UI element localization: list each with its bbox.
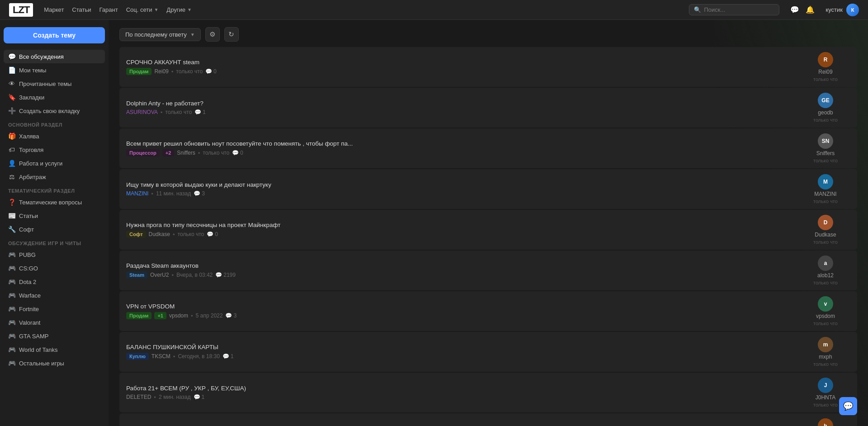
thread-main: VPN от VPSDOM Продам+1 vpsdom •5 апр 202… <box>126 303 796 319</box>
comment-count: 💬 0 <box>205 68 217 75</box>
chevron-down-icon: ▼ <box>187 7 192 12</box>
thread-user-avatar: J <box>818 378 833 393</box>
nav-market[interactable]: Маркет <box>44 6 64 13</box>
comment-icon: 💬 <box>232 150 239 156</box>
comment-icon: 💬 <box>205 68 212 75</box>
thread-time: только что <box>203 150 229 156</box>
refresh-icon: ↻ <box>228 30 234 38</box>
wot-icon: 🎮 <box>8 346 15 353</box>
sidebar-item-other-games[interactable]: 🎮 Остальные игры <box>4 356 105 370</box>
sidebar-item-freebies[interactable]: 🎁 Халява <box>4 129 105 143</box>
sidebar-item-fortnite[interactable]: 🎮 Fortnite <box>4 302 105 316</box>
thread-item[interactable]: Всем привет решил обновить ноут посовету… <box>119 128 857 168</box>
section-label-thematic: Тематический раздел <box>4 184 105 195</box>
thread-time: только что <box>177 231 204 237</box>
tag: +1 <box>154 312 166 319</box>
user-menu[interactable]: кустик К <box>825 4 859 16</box>
sidebar-item-dota2[interactable]: 🎮 Dota 2 <box>4 275 105 289</box>
nav-articles[interactable]: Статьи <box>72 6 91 13</box>
comment-icon: 💬 <box>225 312 232 319</box>
soft-icon: 🔧 <box>8 226 15 233</box>
comment-count: 💬 1 <box>194 394 205 400</box>
sidebar-item-soft[interactable]: 🔧 Софт <box>4 222 105 236</box>
thread-username: Dudkase <box>815 232 836 238</box>
settings-icon: ⚙ <box>209 30 215 38</box>
notification-icon[interactable]: 🔔 <box>806 5 815 14</box>
nav-guarantee[interactable]: Гарант <box>100 6 118 13</box>
chat-bubble-button[interactable]: 💬 <box>839 397 857 415</box>
chat-icon[interactable]: 💬 <box>790 5 799 14</box>
sidebar-item-trade[interactable]: 🏷 Торговля <box>4 143 105 156</box>
sidebar-item-warface[interactable]: 🎮 Warface <box>4 289 105 302</box>
sidebar-item-wot[interactable]: 🎮 World of Tanks <box>4 343 105 356</box>
sort-dropdown[interactable]: По последнему ответу ▼ <box>119 28 201 41</box>
tag: Продам <box>126 312 152 319</box>
sidebar-item-jobs[interactable]: 👤 Работа и услуги <box>4 156 105 170</box>
logo[interactable]: LZT <box>9 3 33 17</box>
sidebar-item-arbitrage[interactable]: ⚖ Арбитраж <box>4 170 105 184</box>
thread-item[interactable]: VPN от VPSDOM Продам+1 vpsdom •5 апр 202… <box>119 291 857 331</box>
create-topic-button[interactable]: Создать тему <box>4 27 105 43</box>
thread-time: только что <box>176 68 203 75</box>
sidebar-item-valorant[interactable]: 🎮 Valorant <box>4 316 105 329</box>
thread-item[interactable]: БАЛАНС ПУШКИНСКОЙ КАРТЫ Куплю TKSCM •Сег… <box>119 332 857 372</box>
thread-time: 11 мин. назад <box>156 190 191 197</box>
thread-title: СРОЧНО АККАУНТ steam <box>126 59 796 66</box>
thread-user-avatar: SN <box>818 133 833 149</box>
sidebar-item-thematic[interactable]: ❓ Тематические вопросы <box>4 195 105 209</box>
thread-item[interactable]: Ищу тиму в которой выдаю куки и делают н… <box>119 169 857 209</box>
thread-item[interactable]: СРОЧНО АККАУНТ steam Продам Rei09 •тольк… <box>119 47 857 87</box>
trade-icon: 🏷 <box>8 146 15 153</box>
thread-username: J0HNTA <box>816 394 835 401</box>
nav-social[interactable]: Соц. сети ▼ <box>126 6 159 13</box>
thread-main: Dolphin Anty - не работает? ASURINOVA •т… <box>126 100 796 116</box>
search-input[interactable] <box>704 6 774 13</box>
sidebar-item-gta[interactable]: 🎮 GTA SAMP <box>4 329 105 343</box>
thread-item[interactable]: Раздача Steam аккаунтов Steam OverU2 •Вч… <box>119 251 857 290</box>
thread-item[interactable]: Раздача игр с библиотеки Steam Steam Dar… <box>119 413 857 426</box>
thread-item[interactable]: Работа 21+ ВСЕМ (РУ , УКР , БУ, ЕУ,США) … <box>119 373 857 412</box>
refresh-button[interactable]: ↻ <box>224 27 239 42</box>
thread-user-avatar: D <box>818 215 833 230</box>
sidebar-item-articles-section[interactable]: 📰 Статьи <box>4 209 105 222</box>
sidebar-item-pubg[interactable]: 🎮 PUBG <box>4 248 105 261</box>
thread-user-avatar: a <box>818 256 833 271</box>
thread-time-right: только что <box>813 239 838 245</box>
thread-right: R Rei09 только что <box>801 52 850 82</box>
header-icons: 💬 🔔 <box>790 5 815 14</box>
all-discussions-icon: 💬 <box>8 53 15 60</box>
nav-other[interactable]: Другие ▼ <box>166 6 192 13</box>
thread-main: Работа 21+ ВСЕМ (РУ , УКР , БУ, ЕУ,США) … <box>126 385 796 401</box>
chat-bubble-icon: 💬 <box>843 401 853 411</box>
thread-item[interactable]: Dolphin Anty - не работает? ASURINOVA •т… <box>119 88 857 128</box>
sidebar-item-csgo[interactable]: 🎮 CS:GO <box>4 261 105 275</box>
thread-right: m mxph только что <box>801 337 850 367</box>
sidebar-item-mine[interactable]: 📄 Мои темы <box>4 63 105 77</box>
comment-count: 💬 3 <box>194 190 205 197</box>
comment-icon: 💬 <box>223 353 229 360</box>
thread-main: БАЛАНС ПУШКИНСКОЙ КАРТЫ Куплю TKSCM •Сег… <box>126 344 796 360</box>
tag: Steam <box>126 271 147 279</box>
thread-author: DELETED <box>126 394 151 400</box>
search-box: 🔍 <box>689 4 779 15</box>
comment-icon: 💬 <box>215 272 222 278</box>
sidebar-item-bookmarks[interactable]: 🔖 Закладки <box>4 90 105 104</box>
thread-time-right: только что <box>813 158 838 163</box>
thread-meta: Процессор+2 Sniffers •только что 💬 0 <box>126 149 796 156</box>
comment-icon: 💬 <box>194 394 200 400</box>
settings-button[interactable]: ⚙ <box>205 27 220 42</box>
thread-main: Ищу тиму в которой выдаю куки и делают н… <box>126 181 796 197</box>
thread-item[interactable]: Нужна прога по типу песочницы на проект … <box>119 210 857 250</box>
sidebar-item-create-tab[interactable]: ➕ Создать свою вкладку <box>4 104 105 118</box>
thread-author: Rei09 <box>154 68 168 75</box>
comment-count: 💬 0 <box>232 150 243 156</box>
thread-time: только что <box>165 109 192 115</box>
comment-count: 💬 1 <box>194 109 206 115</box>
bookmarks-icon: 🔖 <box>8 94 15 101</box>
sidebar-item-all[interactable]: 💬 Все обсуждения <box>4 50 105 63</box>
thread-right: GE geodb только что <box>801 93 850 123</box>
thread-username: Rei09 <box>818 69 832 75</box>
thread-username: geodb <box>818 109 833 116</box>
sidebar-item-read[interactable]: 👁 Прочитанные темы <box>4 77 105 90</box>
thread-user-avatar: m <box>818 337 833 352</box>
